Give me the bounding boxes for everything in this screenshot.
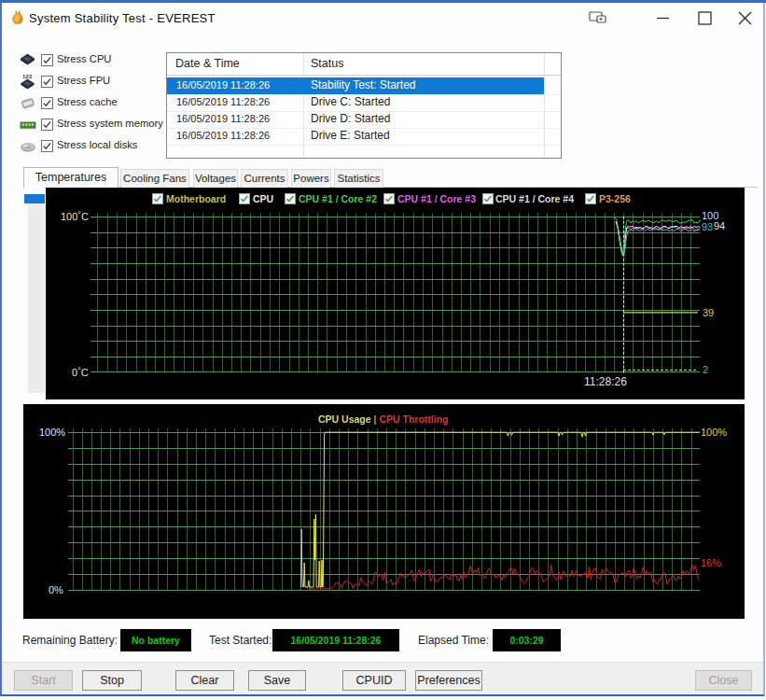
svg-text:123: 123 (22, 74, 33, 79)
